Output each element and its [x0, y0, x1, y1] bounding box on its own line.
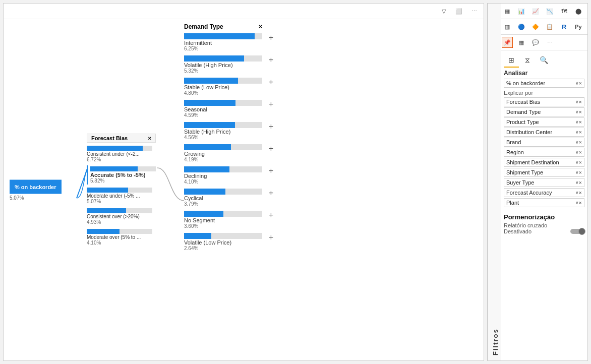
filter-item-6[interactable]: Shipment Destination ∨ × [504, 158, 584, 167]
filter-x-10[interactable]: × [579, 200, 582, 206]
demand-type-header: Demand Type × [184, 23, 262, 30]
icon-pie-chart[interactable]: ⬤ [573, 6, 584, 17]
filter-item-5[interactable]: Region ∨ × [504, 148, 584, 157]
filter-item-7[interactable]: Shipment Type ∨ × [504, 168, 584, 177]
l1-node-0[interactable]: Consistent under (<-2... 6.72% [87, 145, 156, 163]
icon-speech[interactable]: 💬 [530, 37, 541, 48]
icon-map[interactable]: 🗺 [559, 6, 570, 17]
l1-node-2[interactable]: Moderate under (-5% ... 5.07% [87, 187, 156, 205]
more-toolbar-icon[interactable]: ⋯ [468, 6, 480, 17]
filter-x-7[interactable]: × [579, 169, 582, 175]
l2-node-1[interactable]: Volatile (High Price) 5.32% + [184, 55, 262, 74]
l2-node-2[interactable]: Stable (Low Price) 4.80% + [184, 78, 262, 96]
l2-plus-2[interactable]: + [269, 78, 273, 87]
icon-bar-chart[interactable]: ▦ [502, 6, 513, 17]
icon-empty1 [559, 37, 570, 48]
icon-area-chart[interactable]: 📉 [544, 6, 555, 17]
filter-chev-0: ∨ [575, 99, 579, 104]
analyze-icons-row: ⊞ ⧖ 🔍 [504, 53, 584, 68]
detail-row: Relatório cruzado [504, 222, 584, 228]
analyze-table-icon[interactable]: ⊞ [504, 53, 519, 68]
main-dropdown-x[interactable]: × [579, 80, 582, 86]
l2-value-6: 4.10% [184, 179, 262, 185]
demand-type-close[interactable]: × [259, 23, 262, 30]
l2-plus-6[interactable]: + [269, 166, 273, 175]
analyze-title: Analisar [504, 70, 584, 77]
root-node[interactable]: % on backorder 5.07% [10, 179, 62, 200]
filter-x-3[interactable]: × [579, 129, 582, 135]
l1-value-2: 5.07% [87, 199, 156, 204]
filter-x-0[interactable]: × [579, 99, 582, 105]
filter-item-3[interactable]: Distribution Center ∨ × [504, 128, 584, 137]
l1-node-3[interactable]: Consistent over (>20%) 4.93% [87, 207, 156, 226]
filter-item-2[interactable]: Product Type ∨ × [504, 117, 584, 127]
filter-text-5: Region [506, 149, 575, 155]
l2-bar-7 [184, 189, 262, 195]
detail-toggle-label: Desativado [504, 228, 531, 234]
l2-node-6[interactable]: Declining 4.10% + [184, 166, 262, 185]
filter-x-9[interactable]: × [579, 190, 582, 196]
l2-plus-3[interactable]: + [269, 100, 273, 109]
analyze-search-icon[interactable]: 🔍 [536, 53, 551, 68]
icon-column-chart[interactable]: 📊 [516, 6, 527, 17]
l2-plus-9[interactable]: + [269, 233, 273, 242]
icons-grid-row2: ▥ 🔵 🔶 📋 R Py [501, 19, 587, 35]
filtros-tab[interactable]: Filtros [488, 4, 501, 360]
filter-item-1[interactable]: Demand Type ∨ × [504, 107, 584, 116]
filter-x-5[interactable]: × [579, 149, 582, 155]
analyze-filter-icon[interactable]: ⧖ [520, 53, 535, 68]
chart-main: % on backorder 5.07% Forecast Bias × Con… [4, 19, 484, 360]
main-dropdown[interactable]: % on backorder ∨ × [504, 79, 584, 88]
filter-x-2[interactable]: × [579, 119, 582, 125]
l2-plus-7[interactable]: + [269, 189, 273, 198]
l2-plus-8[interactable]: + [269, 211, 273, 220]
filter-item-10[interactable]: Plant ∨ × [504, 198, 584, 207]
l1-value-1: 5.82% [90, 178, 156, 184]
l2-node-3[interactable]: Seasonal 4.59% + [184, 100, 262, 118]
icon-line-chart[interactable]: 📈 [530, 6, 541, 17]
l2-node-8[interactable]: No Segment 3.60% + [184, 211, 262, 229]
filter-text-4: Brand [506, 139, 575, 145]
l2-node-0[interactable]: Intermittent 6.25% + [184, 33, 262, 51]
l1-label-3: Consistent over (>20%) [87, 214, 156, 219]
filter-x-6[interactable]: × [579, 159, 582, 165]
icon-table[interactable]: 📋 [544, 21, 555, 32]
detail-section: Pormenorização Relatório cruzado Desativ… [501, 210, 587, 237]
icon-python[interactable]: Py [573, 21, 584, 32]
l2-plus-0[interactable]: + [269, 33, 273, 42]
filter-item-8[interactable]: Buyer Type ∨ × [504, 178, 584, 187]
l2-bar-2 [184, 78, 262, 84]
filter-x-8[interactable]: × [579, 179, 582, 186]
filter-item-0[interactable]: Forecast Bias ∨ × [504, 97, 584, 106]
icon-r[interactable]: R [559, 21, 570, 32]
filter-toolbar-icon[interactable]: ▽ [438, 6, 449, 17]
icon-grid2[interactable]: ▦ [516, 37, 527, 48]
l2-node-5[interactable]: Growing 4.19% + [184, 144, 262, 162]
root-node-bar: % on backorder [10, 179, 62, 194]
filter-item-4[interactable]: Brand ∨ × [504, 138, 584, 147]
icon-scatter[interactable]: ▥ [502, 21, 513, 32]
l2-node-7[interactable]: Cyclical 3.79% + [184, 189, 262, 207]
icon-shape[interactable]: 🔶 [530, 21, 541, 32]
toggle-control[interactable] [570, 229, 584, 234]
l1-value-4: 4.10% [87, 240, 156, 246]
l2-node-9[interactable]: Volatile (Low Price) 2.64% + [184, 233, 262, 251]
l1-bar-2 [87, 188, 152, 193]
l2-plus-1[interactable]: + [269, 55, 273, 65]
l2-node-4[interactable]: Stable (High Price) 4.56% + [184, 122, 262, 140]
analyze-section: ⊞ ⧖ 🔍 Analisar % on backorder ∨ × Explic… [501, 50, 587, 208]
filter-item-9[interactable]: Forecast Accuracy ∨ × [504, 188, 584, 197]
l2-bar-6 [184, 166, 262, 172]
filter-x-1[interactable]: × [579, 109, 582, 115]
filter-chev-6: ∨ [575, 160, 579, 165]
filter-x-4[interactable]: × [579, 139, 582, 145]
l1-node-1[interactable]: Accurate (5% to -5%) 5.82% [87, 165, 156, 185]
l2-plus-5[interactable]: + [269, 144, 273, 153]
l2-plus-4[interactable]: + [269, 122, 273, 131]
l1-node-4[interactable]: Moderate over (5% to ... 4.10% [87, 228, 156, 247]
icon-more[interactable]: ⋯ [544, 37, 555, 48]
forecast-bias-close[interactable]: × [148, 135, 151, 141]
window-toolbar-icon[interactable]: ⬜ [453, 6, 464, 17]
icon-pin[interactable]: 📌 [502, 37, 513, 48]
icon-bubble[interactable]: 🔵 [516, 21, 527, 32]
